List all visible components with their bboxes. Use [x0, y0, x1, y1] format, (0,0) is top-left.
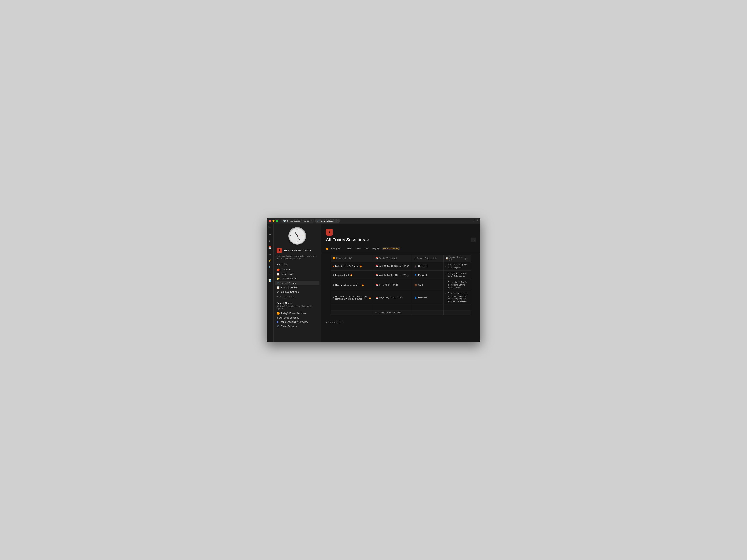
td-date-0: 📅 Wed, 17 Jan, 12:05:08 → 12:05:43 — [374, 262, 412, 270]
td-category-2: 💼 Work — [412, 279, 443, 291]
references-toggle[interactable]: ▶ References ℹ — [326, 321, 476, 324]
display-btn-toolbar[interactable]: Display — [371, 247, 381, 250]
tf-empty-1 — [412, 310, 443, 315]
more-options-button[interactable]: ··· — [471, 238, 476, 242]
back-icon[interactable]: ◀ — [268, 232, 272, 236]
date-icon-1: 📅 — [376, 274, 378, 276]
sn-label-all: All Focus Sessions — [279, 316, 299, 319]
expand-icon[interactable]: ⤢ — [473, 219, 475, 222]
view-filter-bar: View Filter — [274, 263, 321, 267]
tab-icon: 🕐 — [283, 219, 286, 222]
tab-label: Search Nodes — [321, 220, 335, 222]
app-title: Focus Session Tracker — [284, 249, 311, 252]
tab-search-nodes[interactable]: 🎵 Search Nodes ✕ — [315, 219, 340, 223]
sn-item-category[interactable]: Focus Session by Category — [275, 320, 319, 324]
filter-btn-toolbar[interactable]: Filter — [355, 247, 362, 250]
td-empty-2 — [412, 305, 443, 310]
nav-item-examples[interactable]: 📋 Example Entries — [275, 285, 319, 290]
th-calendar-icon: 📅 — [376, 257, 378, 260]
clock-9: 9 — [290, 235, 291, 237]
table-footer: SUM 2 hrs, 16 mins, 50 secs — [331, 310, 471, 315]
th-label-0: focus-session (fst) — [336, 257, 352, 259]
tab-focus-session-tracker[interactable]: 🕐 Focus Session Tracker ✕ — [281, 219, 314, 223]
td-detail-2: • Prepared a briefing for the meeting wi… — [443, 279, 471, 291]
table-row[interactable]: Research on the nest way to start learni… — [331, 291, 471, 305]
sn-label-calendar: Focus Calendar — [281, 325, 297, 328]
fire-icon-2: 🔥 — [361, 284, 364, 287]
td-date-2: 📅 Today, 10:00 → 11:30 — [374, 279, 412, 291]
nav-item-add[interactable]: + Add menu item — [275, 294, 319, 299]
date-icon-0: 📅 — [376, 265, 378, 267]
table-row[interactable]: Client meeting preparation 🔥 📅 Today, 10… — [331, 279, 471, 291]
lightning-icon[interactable]: ⚡ — [268, 259, 272, 263]
detail-text-3: Found a super cool app on the meta quest… — [448, 292, 469, 303]
nav-item-template[interactable]: ⚙ Template Settings — [275, 290, 319, 294]
detail-bullet-1: • — [445, 274, 446, 276]
forward-icon[interactable]: ▶ — [268, 239, 272, 243]
title-bar: 🕐 Focus Session Tracker ✕ 🎵 Search Nodes… — [266, 218, 481, 224]
th-details-icon: 📋 — [445, 257, 448, 260]
search-icon[interactable]: 🔍 — [268, 265, 272, 269]
detail-text-0: Trying to come up with something new — [448, 264, 469, 269]
td-category-3: 👤 Personal — [412, 291, 443, 304]
chart-icon[interactable]: 📊 — [268, 278, 272, 283]
cat-icon-3: 👤 — [414, 296, 417, 299]
table-row[interactable]: Learning Swift 🔥 📅 Wed, 17 Jan, 12:10:05… — [331, 271, 471, 279]
detail-bullet-0: • — [445, 265, 446, 267]
clock-12: 12 — [297, 229, 298, 231]
table-row[interactable]: Brainstorming for Canou 🔥 📅 Wed, 17 Jan,… — [331, 262, 471, 271]
docs-icon: 📁 — [277, 277, 280, 280]
cat-text-3: Personal — [418, 296, 427, 299]
maximize-button[interactable] — [276, 220, 278, 222]
nav-item-search-nodes[interactable]: 🎵 Search Nodes — [275, 281, 319, 285]
search-nodes-icon: 🎵 — [277, 282, 280, 285]
window-controls: ⤢ ✕ — [473, 219, 478, 222]
view-btn[interactable]: View — [277, 263, 281, 266]
date-text-3: Tue, 6 Feb, 12:00 → 12:45 — [379, 297, 402, 299]
tab-close-icon[interactable]: ✕ — [337, 220, 338, 222]
cat-icon-2: 💼 — [414, 284, 417, 287]
nav-item-welcome[interactable]: 🍎 Welcome — [275, 267, 319, 272]
calendar-icon[interactable]: 📅 — [268, 245, 272, 250]
nav-label-add: Add menu item — [279, 295, 295, 298]
detail-bullet-3: • — [445, 292, 446, 294]
nav-item-docs[interactable]: 📁 Documentation — [275, 276, 319, 281]
row-title-0: Brainstorming for Canou — [335, 265, 358, 267]
close-icon[interactable]: ✕ — [476, 219, 478, 222]
sort-btn-toolbar[interactable]: Sort — [363, 247, 369, 250]
data-table: 🟠 focus-session (fst) 📅 Session Timeline… — [331, 255, 471, 315]
examples-icon: 📋 — [277, 286, 280, 289]
traffic-lights — [269, 220, 278, 222]
ref-arrow-icon: ▶ — [326, 321, 327, 323]
minimize-button[interactable] — [272, 220, 275, 222]
date-icon-2: 📅 — [376, 284, 378, 286]
sidebar-nav: 🍎 Welcome 📋 Setup Guide 📁 Documentation … — [274, 267, 321, 299]
template-icon: ⚙ — [277, 291, 279, 293]
table-row-empty[interactable] — [331, 305, 471, 310]
sort-icon[interactable]: ↕ — [268, 272, 272, 276]
sn-item-calendar[interactable]: 🎵 Focus Calendar — [275, 324, 319, 328]
page-icon: ℹ — [326, 229, 333, 236]
date-text-1: Wed, 17 Jan, 12:10:05 → 12:11:20 — [379, 274, 409, 276]
add-column-btn[interactable]: + Add — [465, 256, 469, 260]
tab-close-icon[interactable]: ✕ — [311, 220, 312, 222]
td-title-2: Client meeting preparation 🔥 — [331, 279, 374, 291]
clock-center — [297, 235, 298, 236]
close-button[interactable] — [269, 220, 271, 222]
cloud-icon[interactable]: ☁ — [268, 252, 272, 256]
row-title-3: Research on the nest way to start learni… — [335, 295, 367, 300]
app-window: 🕐 Focus Session Tracker ✕ 🎵 Search Nodes… — [266, 218, 481, 342]
filter-btn[interactable]: Filter — [283, 263, 287, 266]
th-label-2: Session Category (fst) — [417, 257, 437, 259]
sn-item-all[interactable]: All Focus Sessions — [275, 316, 319, 320]
edit-query-btn[interactable]: Edit query — [330, 247, 342, 250]
nav-item-setup[interactable]: 📋 Setup Guide — [275, 272, 319, 276]
sn-item-today[interactable]: 🟠 Today's Focus Sessions — [275, 311, 319, 316]
tf-empty-0 — [331, 310, 374, 315]
toolbar-sep-1 — [344, 247, 344, 250]
row-dot-0 — [333, 266, 334, 267]
sidebar-toggle-icon[interactable]: ☰ — [268, 225, 272, 230]
view-btn-toolbar[interactable]: View — [346, 247, 353, 250]
clock-minute-hand — [297, 236, 301, 241]
page-settings-icon[interactable]: ⚙ — [367, 238, 369, 241]
